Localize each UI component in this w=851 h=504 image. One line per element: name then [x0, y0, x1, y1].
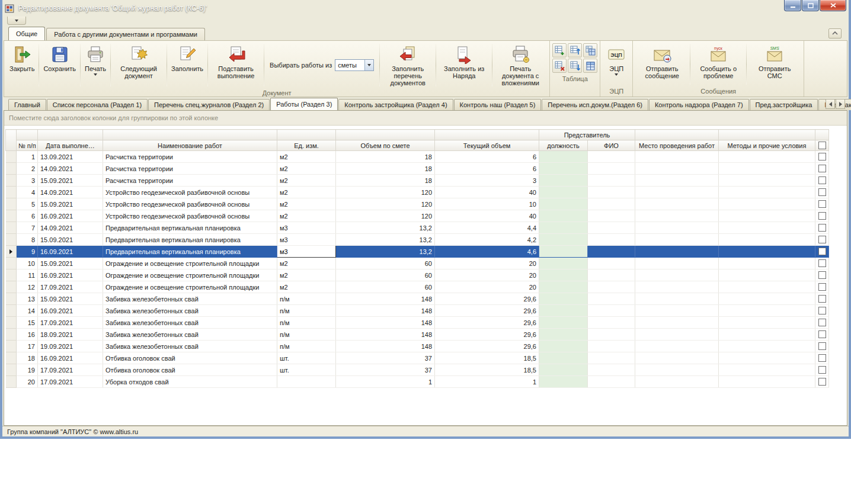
cell-methods[interactable]	[719, 305, 815, 317]
cell-unit[interactable]: м2	[277, 151, 336, 163]
cell-date[interactable]: 15.09.2021	[38, 198, 103, 210]
cell-date[interactable]: 19.09.2021	[38, 341, 103, 352]
cell-num[interactable]: 15	[17, 317, 38, 329]
cell-fio[interactable]	[588, 187, 635, 198]
cell-place[interactable]	[635, 163, 719, 175]
cell-fio[interactable]	[588, 317, 635, 329]
column-header-place[interactable]: Место проведения работ	[635, 140, 719, 151]
cell-place[interactable]	[635, 352, 719, 364]
cell-methods[interactable]	[719, 163, 815, 175]
cell-position[interactable]	[539, 246, 588, 258]
print-button[interactable]: Печать	[81, 42, 110, 88]
cell-position[interactable]	[539, 305, 588, 317]
cell-current-volume[interactable]: 18,5	[435, 352, 539, 364]
cell-date[interactable]: 16.09.2021	[38, 210, 103, 222]
ribbon-tab-other-docs[interactable]: Работа с другими документами и программа…	[46, 28, 205, 40]
cell-place[interactable]	[635, 305, 719, 317]
cell-position[interactable]	[539, 352, 588, 364]
cell-position[interactable]	[539, 364, 588, 376]
cell-methods[interactable]	[719, 341, 815, 352]
cell-position[interactable]	[539, 222, 588, 234]
cell-plan-volume[interactable]: 18	[336, 175, 435, 187]
cell-current-volume[interactable]: 1	[435, 376, 539, 388]
cell-current-volume[interactable]: 29,6	[435, 329, 539, 341]
table-row[interactable]: 1315.09.2021Забивка железобетонных свайп…	[6, 293, 829, 305]
cell-num[interactable]: 7	[17, 222, 38, 234]
cell-num[interactable]: 20	[17, 376, 38, 388]
doc-tab-4[interactable]: Работы (Раздел 3)	[270, 98, 338, 110]
cell-fio[interactable]	[588, 376, 635, 388]
cell-date[interactable]: 18.09.2021	[38, 329, 103, 341]
cell-position[interactable]	[539, 376, 588, 388]
table-row[interactable]: 616.09.2021Устройство геодезической разб…	[6, 210, 829, 222]
row-checkbox[interactable]	[818, 165, 826, 172]
cell-position[interactable]	[539, 187, 588, 198]
cell-date[interactable]: 14.09.2021	[38, 163, 103, 175]
cell-place[interactable]	[635, 151, 719, 163]
cell-unit[interactable]: м2	[277, 258, 336, 269]
quick-access-menu-button[interactable]	[7, 17, 26, 25]
cell-date[interactable]: 13.09.2021	[38, 151, 103, 163]
cell-current-volume[interactable]: 29,6	[435, 317, 539, 329]
cell-work[interactable]: Устройство геодезической разбивочной осн…	[103, 210, 277, 222]
row-checkbox[interactable]	[818, 224, 826, 232]
cell-unit[interactable]: п/м	[277, 341, 336, 352]
send-message-button[interactable]: Отправить сообщение	[635, 42, 689, 86]
cell-work[interactable]: Расчистка территории	[103, 163, 277, 175]
table-row[interactable]: 414.09.2021Устройство геодезической разб…	[6, 187, 829, 198]
cell-unit[interactable]	[277, 376, 336, 388]
cell-unit[interactable]: п/м	[277, 329, 336, 341]
cell-num[interactable]: 14	[17, 305, 38, 317]
cell-num[interactable]: 12	[17, 281, 38, 293]
row-checkbox[interactable]	[818, 342, 826, 350]
cell-plan-volume[interactable]: 18	[336, 151, 435, 163]
cell-unit[interactable]: шт.	[277, 364, 336, 376]
cell-work[interactable]: Отбивка оголовок свай	[103, 352, 277, 364]
cell-plan-volume[interactable]: 120	[336, 187, 435, 198]
cell-current-volume[interactable]: 29,6	[435, 305, 539, 317]
cell-date[interactable]: 16.09.2021	[38, 246, 103, 258]
report-problem-button[interactable]: пуск Сообщить о проблеме	[691, 42, 746, 86]
cell-date[interactable]: 16.09.2021	[38, 352, 103, 364]
cell-date[interactable]: 17.09.2021	[38, 376, 103, 388]
cell-place[interactable]	[635, 269, 719, 281]
cell-num[interactable]: 4	[17, 187, 38, 198]
doc-tab-5[interactable]: Контроль застройщика (Раздел 4)	[338, 99, 453, 110]
column-header-representative[interactable]: Представитель	[539, 130, 635, 140]
table-row[interactable]: 1917.09.2021Отбивка оголовок свайшт.3718…	[6, 364, 829, 376]
cell-place[interactable]	[635, 376, 719, 388]
cell-methods[interactable]	[719, 269, 815, 281]
cell-place[interactable]	[635, 329, 719, 341]
cell-plan-volume[interactable]: 13,2	[336, 246, 435, 258]
cell-num[interactable]: 3	[17, 175, 38, 187]
cell-work[interactable]: Расчистка территории	[103, 175, 277, 187]
next-document-button[interactable]: Следующий документ	[111, 42, 166, 88]
cell-plan-volume[interactable]: 13,2	[336, 234, 435, 246]
cell-place[interactable]	[635, 317, 719, 329]
cell-position[interactable]	[539, 151, 588, 163]
cell-work[interactable]: Забивка железобетонных свай	[103, 305, 277, 317]
cell-fio[interactable]	[588, 163, 635, 175]
table-row[interactable]: 515.09.2021Устройство геодезической разб…	[6, 198, 829, 210]
cell-current-volume[interactable]: 40	[435, 187, 539, 198]
cell-plan-volume[interactable]: 60	[336, 281, 435, 293]
row-checkbox[interactable]	[818, 188, 826, 196]
cell-work[interactable]: Устройство геодезической разбивочной осн…	[103, 198, 277, 210]
cell-current-volume[interactable]: 10	[435, 198, 539, 210]
table-move-up-button[interactable]	[568, 43, 582, 57]
cell-current-volume[interactable]: 6	[435, 163, 539, 175]
fill-from-naryad-button[interactable]: Заполнить из Наряда	[437, 42, 491, 88]
ribbon-tab-general[interactable]: Общие	[8, 27, 45, 40]
cell-position[interactable]	[539, 329, 588, 341]
row-checkbox[interactable]	[818, 271, 826, 279]
minimize-button[interactable]	[784, 0, 801, 11]
cell-unit[interactable]: м2	[277, 175, 336, 187]
cell-date[interactable]: 16.09.2021	[38, 305, 103, 317]
close-window-button[interactable]	[820, 0, 846, 11]
maximize-button[interactable]	[802, 0, 819, 11]
cell-unit[interactable]: м3	[277, 234, 336, 246]
group-by-panel[interactable]: Поместите сюда заголовок колонки для гру…	[4, 111, 847, 126]
column-header-position[interactable]: должность	[539, 140, 588, 151]
cell-place[interactable]	[635, 246, 719, 258]
cell-place[interactable]	[635, 258, 719, 269]
